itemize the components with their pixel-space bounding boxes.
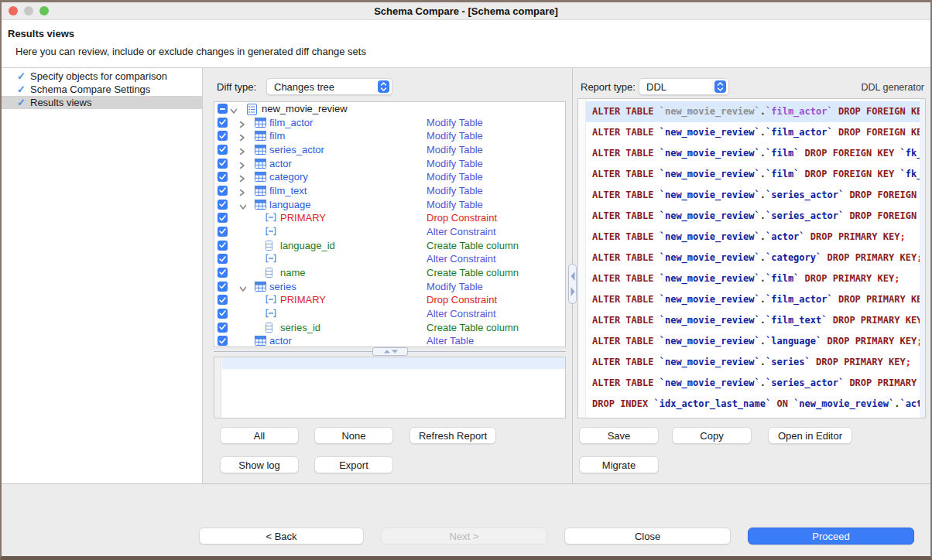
report-type-label: Report type: <box>581 81 636 93</box>
next-button[interactable]: Next > <box>381 528 547 545</box>
step-label: Results views <box>30 96 91 109</box>
tree-row[interactable]: PRIMARYDrop Constraint <box>214 211 565 225</box>
tree-row[interactable]: nameCreate Table column <box>214 266 565 280</box>
sql-line: ALTER TABLE `new_movie_review`.`actor` D… <box>586 227 920 248</box>
ddl-script-view[interactable]: ALTER TABLE `new_movie_review`.`film_act… <box>577 98 926 418</box>
row-checkbox[interactable] <box>218 104 228 114</box>
row-checkbox[interactable] <box>218 295 228 305</box>
row-checkbox[interactable] <box>218 323 228 333</box>
changes-tree[interactable]: new_movie_reviewfilm_actorModify Tablefi… <box>214 101 566 347</box>
tree-row[interactable]: new_movie_review <box>214 102 565 116</box>
tree-item-label: actor <box>269 157 292 171</box>
table-icon <box>255 145 266 157</box>
tree-item-label: PRIMARY <box>280 293 326 307</box>
sql-line: ALTER TABLE `new_movie_review`.`film` DR… <box>586 268 920 289</box>
sql-line: ALTER TABLE `new_movie_review`.`category… <box>586 248 920 268</box>
sidebar-step[interactable]: ✓Schema Compare Settings <box>2 83 202 96</box>
tree-row[interactable]: film_actorModify Table <box>214 116 565 130</box>
sidebar-step[interactable]: ✓Results views <box>2 96 202 109</box>
ddl-panel: Report type: DDL DDL generator ALTER TAB… <box>577 68 930 483</box>
select-stepper-icon <box>378 80 389 93</box>
vertical-splitter[interactable] <box>568 68 577 483</box>
sql-scrollbar[interactable] <box>920 99 925 418</box>
tree-row[interactable]: series_actorModify Table <box>214 143 565 157</box>
row-checkbox[interactable] <box>218 282 228 292</box>
change-action-label: Alter Constraint <box>427 252 496 266</box>
row-checkbox[interactable] <box>218 186 228 196</box>
row-checkbox[interactable] <box>218 145 228 155</box>
report-type-select[interactable]: DDL <box>639 78 729 95</box>
proceed-button[interactable]: Proceed <box>748 528 914 545</box>
tree-item-label: language_id <box>280 239 335 253</box>
tree-item-label: actor <box>269 334 292 347</box>
tree-row[interactable]: languageModify Table <box>214 198 565 212</box>
row-checkbox[interactable] <box>218 254 228 264</box>
row-checkbox[interactable] <box>218 131 228 141</box>
change-action-label: Drop Constraint <box>427 211 497 225</box>
tree-row[interactable]: actorModify Table <box>214 157 565 171</box>
splitter-handle-icon[interactable] <box>568 264 577 304</box>
row-checkbox[interactable] <box>218 336 228 346</box>
row-checkbox[interactable] <box>218 118 228 128</box>
change-action-label: Create Table column <box>427 321 519 335</box>
table-icon <box>255 159 266 171</box>
back-button[interactable]: < Back <box>199 528 364 545</box>
splitter-handle-icon[interactable] <box>372 347 408 356</box>
export-button[interactable]: Export <box>314 456 393 473</box>
diff-type-label: Diff type: <box>217 81 256 93</box>
diff-type-select[interactable]: Changes tree <box>266 78 392 95</box>
migrate-button[interactable]: Migrate <box>579 456 659 473</box>
refresh-report-button[interactable]: Refresh Report <box>409 427 496 444</box>
tree-item-label: name <box>280 266 306 280</box>
row-checkbox[interactable] <box>218 172 228 182</box>
tree-row[interactable]: actorAlter Table <box>214 334 565 347</box>
sql-line: ALTER TABLE `new_movie_review`.`series_a… <box>586 185 920 206</box>
wizard-footer: < Back Next > Close Proceed <box>2 483 930 556</box>
sidebar-step[interactable]: ✓Specify objects for comparison <box>2 70 202 83</box>
tree-row[interactable]: Alter Constraint <box>214 225 565 239</box>
object-text-preview[interactable] <box>214 357 566 418</box>
save-button[interactable]: Save <box>579 427 659 444</box>
sql-line: ALTER TABLE `new_movie_review`.`film` DR… <box>586 143 920 164</box>
constraint-icon <box>266 295 276 306</box>
change-action-label: Drop Constraint <box>427 293 497 307</box>
tree-row[interactable]: series_idCreate Table column <box>214 321 565 335</box>
show-log-button[interactable]: Show log <box>220 456 299 473</box>
tree-row[interactable]: Alter Constraint <box>214 307 565 321</box>
tree-item-label: series_id <box>280 321 320 335</box>
row-checkbox[interactable] <box>218 241 228 251</box>
none-button[interactable]: None <box>314 427 393 444</box>
row-checkbox[interactable] <box>218 227 228 237</box>
close-button[interactable]: Close <box>564 528 731 545</box>
table-icon <box>255 200 266 212</box>
change-action-label: Modify Table <box>427 157 483 171</box>
copy-button[interactable]: Copy <box>672 427 752 444</box>
tree-row[interactable]: seriesModify Table <box>214 280 565 294</box>
tree-item-label: PRIMARY <box>280 211 326 225</box>
tree-row[interactable]: language_idCreate Table column <box>214 239 565 253</box>
constraint-icon <box>266 213 276 224</box>
tree-row[interactable]: Alter Constraint <box>214 252 565 266</box>
tree-row[interactable]: PRIMARYDrop Constraint <box>214 293 565 307</box>
diff-type-value: Changes tree <box>274 81 334 93</box>
constraint-icon <box>266 309 276 320</box>
row-checkbox[interactable] <box>218 213 228 223</box>
all-button[interactable]: All <box>220 427 299 444</box>
open-in-editor-button[interactable]: Open in Editor <box>768 427 852 444</box>
tree-row[interactable]: film_textModify Table <box>214 184 565 198</box>
tree-row[interactable]: filmModify Table <box>214 129 565 143</box>
row-checkbox[interactable] <box>218 268 228 278</box>
step-label: Specify objects for comparison <box>30 70 167 83</box>
row-checkbox[interactable] <box>218 309 228 319</box>
table-icon <box>255 131 266 143</box>
sql-line: ALTER TABLE `new_movie_review`.`film` DR… <box>586 164 920 185</box>
row-checkbox[interactable] <box>218 200 228 210</box>
select-stepper-icon <box>714 80 726 93</box>
horizontal-splitter[interactable] <box>214 347 566 357</box>
page-subtitle: Here you can review, include or exclude … <box>15 46 366 57</box>
sql-line: ALTER TABLE `new_movie_review`.`film_act… <box>586 101 920 122</box>
change-action-label: Modify Table <box>427 143 483 157</box>
tree-row[interactable]: categoryModify Table <box>214 170 565 184</box>
sql-line: ALTER TABLE `new_movie_review`.`series` … <box>586 352 920 373</box>
row-checkbox[interactable] <box>218 159 228 169</box>
